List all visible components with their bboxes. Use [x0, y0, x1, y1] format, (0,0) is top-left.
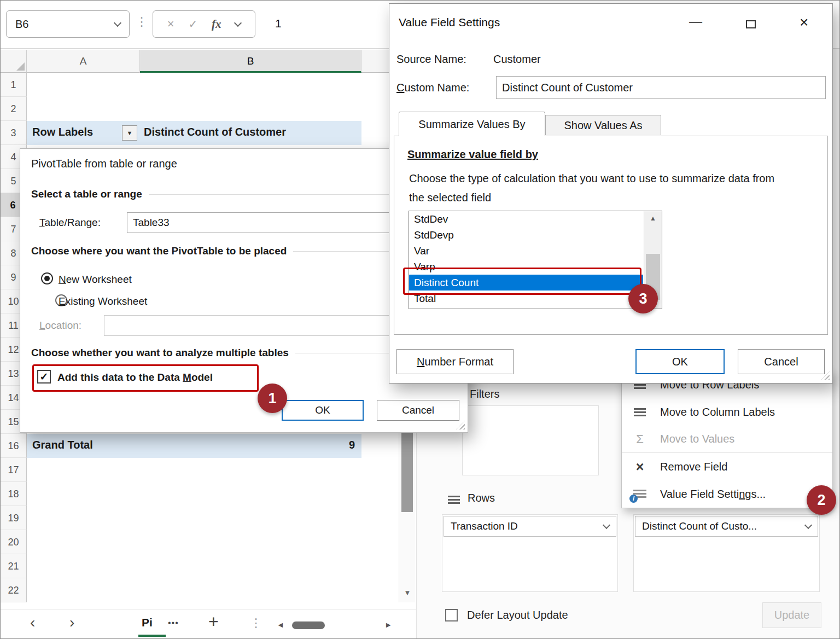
- row-labels-header-cell[interactable]: Row Labels: [32, 126, 93, 138]
- row-header-16[interactable]: 16: [1, 434, 27, 458]
- vfs-dialog-title: Value Field Settings: [399, 16, 500, 29]
- sheet-tab-bar: ‹ › Pi ••• + ⋮ ◄ ►: [1, 609, 416, 639]
- row-header-21[interactable]: 21: [1, 554, 27, 578]
- location-label: Location:: [39, 320, 81, 332]
- ok-button[interactable]: OK: [635, 349, 725, 374]
- rows-drop-zone[interactable]: Transaction ID: [442, 514, 618, 592]
- formula-controls: × ✓ fx: [153, 10, 255, 38]
- values-drop-zone[interactable]: Distinct Count of Custo...: [633, 514, 820, 592]
- menu-item-move-to-column-labels[interactable]: Move to Column Labels: [622, 398, 832, 426]
- bars-icon: [634, 408, 646, 416]
- custom-name-input[interactable]: [496, 76, 826, 99]
- more-sheets-icon[interactable]: •••: [168, 618, 179, 628]
- source-name-label: Source Name:: [396, 53, 466, 66]
- table-range-input[interactable]: [127, 212, 396, 233]
- annotation-box-1: [32, 364, 259, 392]
- number-format-button[interactable]: Number Format: [396, 349, 514, 374]
- menu-item-label: Move to Column Labels: [660, 406, 775, 419]
- new-worksheet-label[interactable]: New Worksheet: [59, 274, 132, 286]
- custom-name-label: Custom Name:: [396, 82, 469, 94]
- value-header-cell[interactable]: Distinct Count of Customer: [144, 126, 286, 138]
- prev-sheet-icon[interactable]: ‹: [30, 614, 35, 631]
- tab-summarize-values-by[interactable]: Summarize Values By: [399, 112, 545, 136]
- summarize-description: Choose the type of calculation that you …: [409, 169, 775, 207]
- values-field-chip[interactable]: Distinct Count of Custo...: [635, 516, 818, 537]
- annotation-badge-3: 3: [628, 284, 658, 313]
- name-box-value: B6: [15, 18, 28, 31]
- location-input[interactable]: [104, 315, 390, 336]
- active-tab-underline: [138, 635, 166, 637]
- existing-worksheet-label[interactable]: Existing Worksheet: [59, 295, 147, 307]
- menu-item-label: Remove Field: [660, 461, 727, 473]
- close-icon[interactable]: ×: [800, 14, 808, 31]
- minimize-icon[interactable]: —: [689, 14, 702, 29]
- chevron-down-icon: [603, 521, 610, 529]
- rows-field-label: Transaction ID: [451, 520, 518, 532]
- horizontal-scrollbar-thumb[interactable]: [292, 621, 325, 629]
- pivottable-dialog-title: PivotTable from table or range: [31, 158, 177, 170]
- scroll-right-icon[interactable]: ►: [384, 620, 392, 629]
- rows-field-chip[interactable]: Transaction ID: [444, 516, 616, 537]
- insert-function-icon[interactable]: fx: [212, 18, 221, 31]
- chevron-down-icon[interactable]: [114, 19, 121, 27]
- new-sheet-icon[interactable]: +: [208, 612, 219, 632]
- row-header-2[interactable]: 2: [1, 97, 27, 121]
- menu-item-label: Move to Values: [660, 433, 734, 445]
- update-button[interactable]: Update: [762, 602, 821, 628]
- active-sheet-tab[interactable]: Pi: [142, 616, 153, 629]
- row-header-19[interactable]: 19: [1, 506, 27, 530]
- row-header-3[interactable]: 3: [1, 121, 27, 145]
- vertical-scrollbar-thumb[interactable]: [401, 423, 413, 512]
- menu-item-remove-field[interactable]: × Remove Field: [622, 453, 832, 480]
- formula-cancel-icon[interactable]: ×: [167, 17, 174, 31]
- maximize-icon[interactable]: [746, 20, 756, 28]
- list-item-var[interactable]: Var: [409, 243, 643, 259]
- select-all-corner[interactable]: [1, 50, 27, 73]
- column-header-a[interactable]: A: [27, 50, 140, 73]
- cancel-button[interactable]: Cancel: [377, 400, 459, 421]
- formula-input-value[interactable]: 1: [275, 17, 282, 30]
- chevron-down-icon: [804, 521, 812, 529]
- resize-grip-icon[interactable]: [456, 421, 465, 429]
- summarize-heading: Summarize value field by: [407, 148, 538, 161]
- section-heading: Choose whether you want to analyze multi…: [31, 347, 289, 359]
- table-range-label: Table/Range:: [39, 217, 101, 229]
- defer-layout-checkbox[interactable]: [445, 609, 458, 621]
- scroll-left-icon[interactable]: ◄: [277, 620, 284, 629]
- row-header-17[interactable]: 17: [1, 458, 27, 482]
- list-item-stddev[interactable]: StdDev: [409, 211, 643, 227]
- list-item-stddevp[interactable]: StdDevp: [409, 227, 643, 243]
- remove-field-icon: ×: [632, 459, 648, 475]
- filters-drop-zone[interactable]: [462, 405, 599, 475]
- info-dot-icon: i: [629, 495, 638, 503]
- tab-show-values-as[interactable]: Show Values As: [545, 115, 661, 135]
- ok-button[interactable]: OK: [282, 400, 364, 421]
- filters-area-label: Filters: [470, 388, 499, 400]
- chevron-down-icon[interactable]: [234, 19, 242, 27]
- grand-total-label-cell[interactable]: Grand Total: [32, 439, 93, 451]
- scroll-up-icon[interactable]: ▲: [644, 214, 662, 222]
- horizontal-scrollbar[interactable]: ◄ ►: [277, 618, 394, 632]
- row-header-22[interactable]: 22: [1, 578, 27, 602]
- row-header-1[interactable]: 1: [1, 73, 27, 97]
- row-header-18[interactable]: 18: [1, 482, 27, 506]
- formula-enter-icon[interactable]: ✓: [188, 18, 197, 31]
- column-header-b[interactable]: B: [140, 50, 361, 73]
- table-icon: i: [633, 490, 646, 498]
- row-header-20[interactable]: 20: [1, 530, 27, 554]
- values-field-label: Distinct Count of Custo...: [642, 520, 757, 532]
- separator-dots-icon: ⋮: [136, 15, 148, 29]
- name-box[interactable]: B6: [6, 10, 130, 38]
- new-worksheet-radio[interactable]: [41, 272, 53, 284]
- scroll-down-icon[interactable]: ▼: [399, 589, 416, 597]
- rows-area-icon: [448, 496, 460, 504]
- defer-layout-label: Defer Layout Update: [467, 609, 568, 621]
- next-sheet-icon[interactable]: ›: [69, 614, 74, 631]
- separator-dots-icon: ⋮: [250, 616, 262, 630]
- grand-total-value-cell[interactable]: 9: [349, 439, 355, 451]
- cancel-button[interactable]: Cancel: [738, 349, 825, 374]
- menu-item-value-field-settings[interactable]: i Value Field Settings...: [622, 480, 832, 508]
- source-name-value: Customer: [493, 53, 541, 66]
- menu-item-move-to-values[interactable]: Σ Move to Values: [622, 426, 832, 453]
- row-labels-filter-button[interactable]: ▼: [122, 125, 137, 141]
